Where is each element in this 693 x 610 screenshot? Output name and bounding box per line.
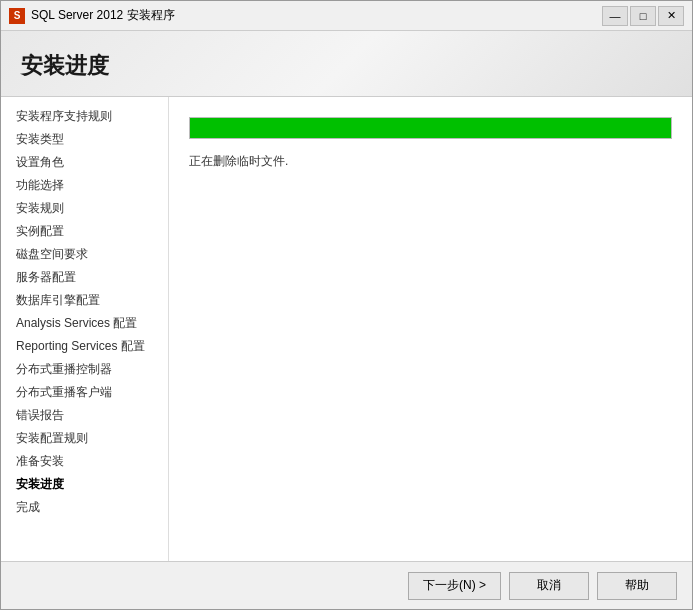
- titlebar: S SQL Server 2012 安装程序 — □ ✕: [1, 1, 692, 31]
- app-icon: S: [9, 8, 25, 24]
- sidebar-item[interactable]: 服务器配置: [1, 266, 168, 289]
- maximize-button[interactable]: □: [630, 6, 656, 26]
- main-content: 正在删除临时文件.: [169, 97, 692, 561]
- sidebar-item[interactable]: 安装程序支持规则: [1, 105, 168, 128]
- window-title: SQL Server 2012 安装程序: [31, 7, 602, 24]
- sidebar-item[interactable]: 完成: [1, 496, 168, 519]
- sidebar-item[interactable]: Analysis Services 配置: [1, 312, 168, 335]
- sidebar-item[interactable]: 安装进度: [1, 473, 168, 496]
- sidebar-item[interactable]: 磁盘空间要求: [1, 243, 168, 266]
- sidebar-item[interactable]: 分布式重播控制器: [1, 358, 168, 381]
- sidebar-item[interactable]: 安装配置规则: [1, 427, 168, 450]
- sidebar-item[interactable]: 安装规则: [1, 197, 168, 220]
- header: 安装进度: [1, 31, 692, 97]
- status-text: 正在删除临时文件.: [189, 153, 672, 170]
- content-area: 安装程序支持规则安装类型设置角色功能选择安装规则实例配置磁盘空间要求服务器配置数…: [1, 97, 692, 561]
- sidebar-item[interactable]: 分布式重播客户端: [1, 381, 168, 404]
- next-button[interactable]: 下一步(N) >: [408, 572, 501, 600]
- sidebar-item[interactable]: 数据库引擎配置: [1, 289, 168, 312]
- sidebar-item[interactable]: 设置角色: [1, 151, 168, 174]
- close-button[interactable]: ✕: [658, 6, 684, 26]
- cancel-button[interactable]: 取消: [509, 572, 589, 600]
- progress-bar-fill: [190, 118, 671, 138]
- sidebar-item[interactable]: 实例配置: [1, 220, 168, 243]
- footer: 下一步(N) > 取消 帮助: [1, 561, 692, 609]
- sidebar: 安装程序支持规则安装类型设置角色功能选择安装规则实例配置磁盘空间要求服务器配置数…: [1, 97, 169, 561]
- progress-bar-container: [189, 117, 672, 139]
- minimize-button[interactable]: —: [602, 6, 628, 26]
- sidebar-item[interactable]: 功能选择: [1, 174, 168, 197]
- main-window: S SQL Server 2012 安装程序 — □ ✕ 安装进度 安装程序支持…: [0, 0, 693, 610]
- help-button[interactable]: 帮助: [597, 572, 677, 600]
- sidebar-item[interactable]: 准备安装: [1, 450, 168, 473]
- sidebar-item[interactable]: 安装类型: [1, 128, 168, 151]
- sidebar-item[interactable]: Reporting Services 配置: [1, 335, 168, 358]
- page-title: 安装进度: [21, 51, 672, 81]
- sidebar-item[interactable]: 错误报告: [1, 404, 168, 427]
- window-controls: — □ ✕: [602, 6, 684, 26]
